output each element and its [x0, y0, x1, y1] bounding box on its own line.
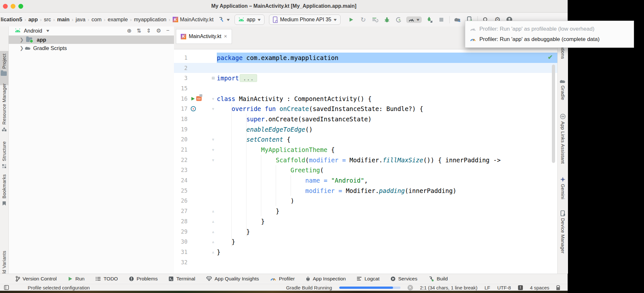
- gradle-icon: [560, 79, 566, 84]
- breadcrumb-item[interactable]: main: [57, 16, 70, 23]
- breadcrumb-item[interactable]: java: [76, 16, 85, 23]
- code-line-2[interactable]: 2: [174, 63, 557, 73]
- chevron-down-icon[interactable]: ▼: [226, 18, 231, 22]
- device-select[interactable]: Medium Phone API 35 ▼: [269, 15, 341, 25]
- chevron-down-icon[interactable]: ▼: [45, 29, 50, 33]
- indent-indicator[interactable]: 4 spaces: [530, 285, 549, 290]
- tool-window-button-build[interactable]: Build: [428, 276, 447, 282]
- rerun-icon[interactable]: ↻: [359, 15, 367, 24]
- build-hammer-icon[interactable]: [217, 15, 226, 24]
- sidebar-item-bookmarks[interactable]: Bookmarks: [0, 174, 8, 206]
- tool-window-button-app-inspection[interactable]: App Inspection: [306, 276, 346, 282]
- chevron-right-icon[interactable]: ❯: [20, 37, 25, 43]
- hide-panel-icon[interactable]: −: [166, 27, 169, 34]
- layout-icon[interactable]: [4, 285, 9, 290]
- run-configuration-select[interactable]: app ▼: [235, 15, 265, 25]
- tool-window-button-profiler[interactable]: Profiler: [270, 276, 295, 282]
- tab-mainactivity[interactable]: K MainActivity.kt ×: [176, 29, 232, 44]
- code-line-21[interactable]: 21▿MyApplicationTheme {: [174, 145, 557, 155]
- breadcrumb-item[interactable]: myapplication: [134, 16, 167, 23]
- fold-marker[interactable]: ▿: [209, 147, 217, 153]
- gradle-sync-icon[interactable]: [453, 15, 462, 24]
- fold-marker[interactable]: ▵: [209, 208, 217, 214]
- code-line-3[interactable]: 3⊞import...: [174, 73, 557, 83]
- tool-window-button-version-control[interactable]: Version Control: [15, 276, 57, 282]
- cancel-task-icon[interactable]: ✕: [408, 285, 413, 290]
- chevron-right-icon[interactable]: ❯: [20, 45, 25, 51]
- tool-window-button-run[interactable]: Run: [68, 276, 84, 282]
- collapse-all-icon[interactable]: ⇕: [147, 27, 151, 34]
- code-line-32[interactable]: 32: [174, 257, 557, 268]
- breadcrumb-item[interactable]: lication5: [1, 16, 22, 23]
- tree-item-app[interactable]: ❯app: [9, 35, 174, 44]
- sidebar-item-gemini[interactable]: Gemini: [558, 177, 568, 199]
- sidebar-item-device-manager[interactable]: Device Manager: [558, 210, 568, 254]
- tool-window-button-logcat[interactable]: Logcat: [357, 276, 380, 282]
- sidebar-item-gradle[interactable]: Gradle: [558, 79, 568, 100]
- code-line-15[interactable]: 15: [174, 83, 557, 94]
- tool-window-button-app-quality-insights[interactable]: App Quality Insights: [206, 276, 259, 282]
- sidebar-item-project[interactable]: Project: [0, 54, 8, 76]
- profiler-button[interactable]: ▼: [406, 16, 422, 23]
- attach-debugger-icon[interactable]: [425, 15, 434, 24]
- gear-icon[interactable]: ⚙: [156, 27, 161, 34]
- tool-window-button-todo[interactable]: TODO: [95, 276, 118, 282]
- fold-marker[interactable]: ▿: [209, 106, 217, 112]
- fold-marker[interactable]: ⊞: [209, 75, 217, 81]
- code-line-19[interactable]: 19enableEdgeToEdge(): [174, 124, 557, 135]
- fold-marker[interactable]: ▵: [209, 218, 217, 224]
- code-editor[interactable]: 1package com.example.myapplication23⊞imp…: [174, 49, 557, 274]
- line-ending-indicator[interactable]: LF: [485, 285, 490, 290]
- code-line-24[interactable]: 24name = "Android",: [174, 175, 557, 186]
- breadcrumb-item[interactable]: MainActivity.kt: [180, 16, 214, 23]
- project-view-selector[interactable]: Android: [24, 28, 42, 34]
- breadcrumb-item[interactable]: app: [28, 16, 38, 23]
- code-line-16[interactable]: 16<>▿class MainActivity : ComponentActiv…: [174, 94, 557, 104]
- debug-button[interactable]: [383, 15, 391, 24]
- fold-marker[interactable]: ▿: [209, 157, 217, 163]
- code-line-18[interactable]: 18super.onCreate(savedInstanceState): [174, 114, 557, 124]
- fold-marker[interactable]: ▿: [209, 136, 217, 142]
- tool-window-button-services[interactable]: Services: [390, 276, 417, 282]
- code-line-25[interactable]: 25modifier = Modifier.padding(innerPaddi…: [174, 186, 557, 196]
- code-line-27[interactable]: 27▵}: [174, 206, 557, 216]
- code-line-28[interactable]: 28▵}: [174, 216, 557, 227]
- code-line-30[interactable]: 30▵}: [174, 237, 557, 247]
- sidebar-item-app-links-assistant[interactable]: App Links Assistant: [558, 114, 568, 164]
- notification-icon[interactable]: !: [518, 285, 523, 290]
- tool-window-button-terminal[interactable]: Terminal: [168, 276, 195, 282]
- tool-window-button-problems[interactable]: Problems: [129, 276, 158, 282]
- tree-item-gradle-scripts[interactable]: ❯Gradle Scripts: [9, 44, 174, 52]
- editor-scrollbar[interactable]: [552, 65, 555, 163]
- menu-item-profiler-debuggable[interactable]: Profiler: Run 'app' as debuggable (compl…: [465, 35, 634, 44]
- code-line-26[interactable]: 26): [174, 196, 557, 206]
- fold-marker[interactable]: ▵: [209, 229, 217, 235]
- coverage-icon[interactable]: [371, 15, 379, 24]
- code-line-20[interactable]: 20▿setContent {: [174, 135, 557, 145]
- expand-all-icon[interactable]: ⇅: [137, 27, 141, 34]
- inspection-ok-icon[interactable]: ✔: [548, 54, 553, 61]
- sidebar-item-structure[interactable]: Structure: [0, 141, 8, 168]
- fold-marker[interactable]: ▵: [209, 239, 217, 245]
- breadcrumb-item[interactable]: src: [44, 16, 51, 23]
- code-line-1[interactable]: 1package com.example.myapplication: [174, 53, 557, 63]
- lock-icon[interactable]: [556, 287, 560, 290]
- code-line-17[interactable]: 17↑▿override fun onCreate(savedInstanceS…: [174, 104, 557, 114]
- breadcrumb-item[interactable]: example: [108, 16, 128, 23]
- run-button[interactable]: [347, 15, 355, 24]
- encoding-indicator[interactable]: UTF-8: [497, 285, 511, 290]
- apply-changes-icon[interactable]: [395, 15, 403, 24]
- fold-marker[interactable]: ▵: [209, 249, 217, 255]
- close-tab-icon[interactable]: ×: [224, 33, 227, 40]
- menu-item-profiler-profileable[interactable]: Profiler: Run 'app' as profileable (low …: [465, 25, 634, 34]
- stop-button[interactable]: [437, 15, 446, 24]
- code-line-31[interactable]: 31▵}: [174, 247, 557, 257]
- caret-position[interactable]: 2:1 (34 chars, 1 line break): [420, 285, 477, 290]
- code-line-22[interactable]: 22▿Scaffold(modifier = Modifier.fillMaxS…: [174, 155, 557, 165]
- locate-icon[interactable]: ⊕: [127, 27, 131, 34]
- code-line-23[interactable]: 23Greeting(: [174, 165, 557, 176]
- fold-marker[interactable]: ▿: [209, 96, 217, 102]
- sidebar-item-resource-manager[interactable]: Resource Manager: [0, 83, 8, 132]
- breadcrumb-item[interactable]: com: [91, 16, 101, 23]
- code-line-29[interactable]: 29▵}: [174, 227, 557, 237]
